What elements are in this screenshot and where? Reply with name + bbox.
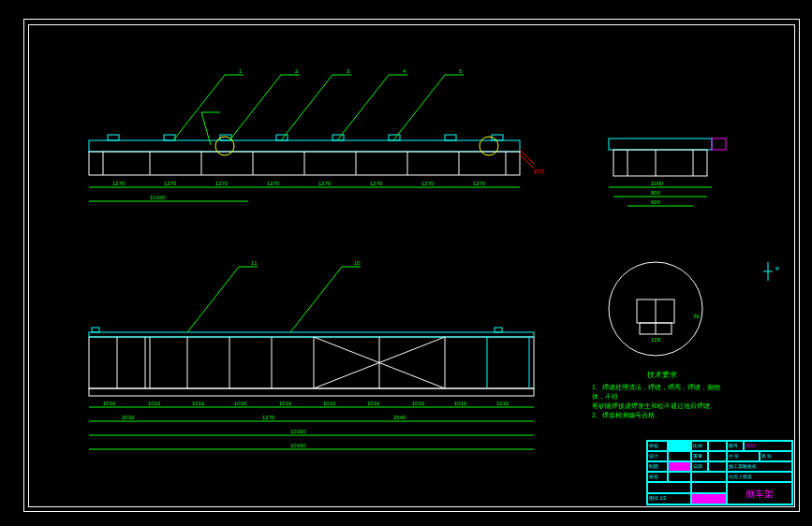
tb-scale: 图纸 1/2 <box>647 493 691 504</box>
tb-r4c1: 校核 <box>647 472 668 482</box>
svg-rect-89 <box>609 139 712 150</box>
tb-r1c6: 0510 <box>744 441 792 451</box>
svg-text:1016: 1016 <box>454 401 467 406</box>
svg-text:11: 11 <box>251 260 258 266</box>
svg-rect-11 <box>108 135 119 140</box>
svg-text:φ: φ <box>775 265 779 270</box>
svg-rect-62 <box>495 328 502 332</box>
tb-r1c3: 比例 <box>691 441 708 451</box>
svg-point-19 <box>215 137 234 155</box>
svg-rect-17 <box>445 135 456 140</box>
title-block: 审核 比例 图号 0510 设计 重量 共 张 第 张 制图 日期 校核 施工梁… <box>646 440 793 505</box>
tb-r2c1: 设计 <box>647 451 668 461</box>
callout-3: 3 <box>347 68 350 74</box>
svg-text:1270: 1270 <box>267 181 280 186</box>
svg-line-21 <box>173 75 225 140</box>
svg-text:10: 10 <box>354 260 361 266</box>
side-view: 11 10 1016 1016 1016 1016 1016 1016 1016… <box>89 260 534 449</box>
svg-rect-63 <box>92 328 99 332</box>
svg-rect-47 <box>89 332 534 337</box>
svg-line-66 <box>290 267 342 332</box>
tb-r4c3 <box>691 472 727 482</box>
tech-line3: 2、焊接检测编号合格。 <box>592 411 732 420</box>
svg-text:128: 128 <box>651 337 661 343</box>
tb-r5c2 <box>691 482 727 493</box>
svg-point-20 <box>480 137 498 155</box>
dim-total: 10160 <box>150 195 166 200</box>
callout-2: 2 <box>295 68 299 74</box>
svg-text:10160: 10160 <box>290 429 306 434</box>
tb-r2c2 <box>668 451 691 461</box>
tech-line1: 1、焊缝处理清洁，焊缝，焊高，焊缝，抛物体，不得 <box>592 383 732 402</box>
tb-r2c5: 共 张 <box>727 451 760 461</box>
svg-text:1016: 1016 <box>367 401 380 406</box>
svg-text:10160: 10160 <box>290 443 306 448</box>
svg-text:1270: 1270 <box>112 181 125 186</box>
svg-rect-94 <box>712 139 726 150</box>
svg-text:1270: 1270 <box>421 181 435 186</box>
svg-rect-46 <box>89 337 534 388</box>
tb-r3c3: 日期 <box>691 461 708 472</box>
svg-text:76: 76 <box>693 314 700 319</box>
svg-text:1270: 1270 <box>318 181 332 186</box>
svg-text:1270: 1270 <box>262 415 275 420</box>
svg-text:1270: 1270 <box>215 181 229 186</box>
top-view: 1 2 3 4 5 斜向 1270 1270 1270 1270 1270 12… <box>89 68 545 201</box>
svg-line-23 <box>229 75 281 140</box>
tb-r3c2 <box>668 461 691 472</box>
tb-r5c1 <box>647 482 691 493</box>
svg-text:1016: 1016 <box>412 401 425 406</box>
right-section-view: 1000 800 600 <box>609 139 726 206</box>
svg-rect-48 <box>89 388 534 396</box>
svg-line-29 <box>393 75 445 140</box>
tb-r2c6: 第 张 <box>760 451 792 461</box>
tb-r2c4 <box>708 451 727 461</box>
svg-text:1270: 1270 <box>473 181 486 186</box>
callout-4: 4 <box>403 68 406 74</box>
callout-1: 1 <box>239 68 243 74</box>
detail-view: 76 128 <box>609 262 702 356</box>
svg-text:1016: 1016 <box>234 401 247 406</box>
svg-text:2540: 2540 <box>393 415 406 420</box>
svg-text:1000: 1000 <box>651 181 664 186</box>
svg-text:1016: 1016 <box>496 401 509 406</box>
svg-text:2032: 2032 <box>122 415 135 420</box>
tb-main-title: 侧车架 <box>727 482 792 504</box>
tb-r1c1: 审核 <box>647 441 668 451</box>
svg-text:1016: 1016 <box>279 401 292 406</box>
svg-text:1270: 1270 <box>164 181 177 186</box>
svg-rect-0 <box>89 140 520 152</box>
callout-5: 5 <box>459 68 463 74</box>
svg-text:1016: 1016 <box>103 401 116 406</box>
tb-r1c5: 图号 <box>727 441 744 451</box>
svg-text:600: 600 <box>651 199 661 205</box>
cad-drawing-frame: 1 2 3 4 5 斜向 1270 1270 1270 1270 1270 12… <box>0 0 812 526</box>
tech-title: 技术要求 <box>592 370 732 380</box>
tb-r3c1: 制图 <box>647 461 668 472</box>
tech-line2: 有砂眼焊接虚焊发生和松不通过地后焊缝。 <box>592 402 732 411</box>
svg-text:1016: 1016 <box>323 401 336 406</box>
tb-proj1: 施工梁翻板机 <box>727 461 792 472</box>
tech-requirements: 技术要求 1、焊缝处理清洁，焊缝，焊高，焊缝，抛物体，不得 有砂眼焊接虚焊发生和… <box>592 370 732 420</box>
svg-text:800: 800 <box>651 190 661 196</box>
tb-r1c2 <box>668 441 691 451</box>
svg-text:1016: 1016 <box>192 401 205 406</box>
tb-r4c2 <box>668 472 691 482</box>
tb-r6c2 <box>691 493 727 504</box>
svg-text:1270: 1270 <box>370 181 383 186</box>
svg-line-64 <box>187 267 239 332</box>
tb-r3c4 <box>708 461 727 472</box>
tb-r2c3: 重量 <box>691 451 708 461</box>
svg-text:1016: 1016 <box>148 401 161 406</box>
svg-line-25 <box>281 75 332 140</box>
svg-line-27 <box>337 75 389 140</box>
tb-r1c4 <box>708 441 727 451</box>
tb-proj2: 右前上横梁 <box>727 472 792 482</box>
north-arrow-icon: φ <box>763 262 779 281</box>
svg-text:斜向: 斜向 <box>534 168 545 174</box>
